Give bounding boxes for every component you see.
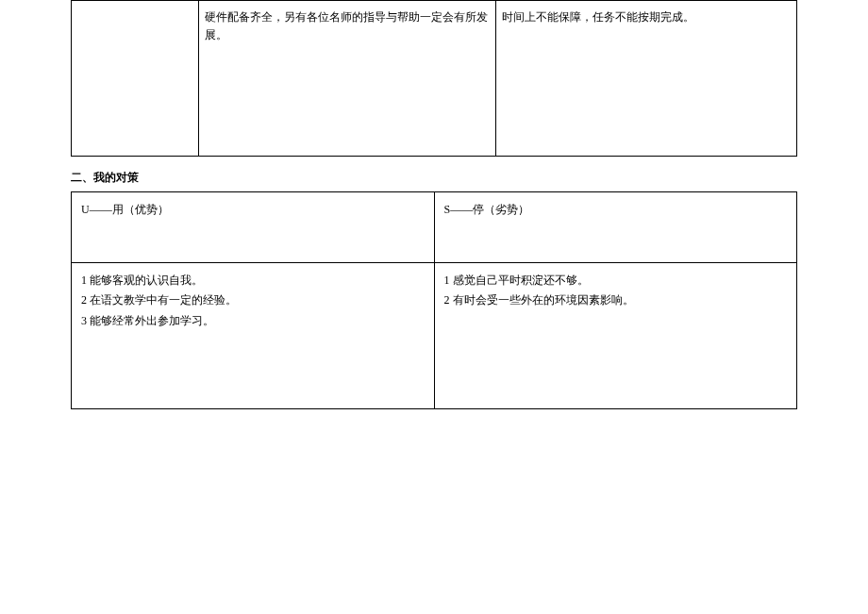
section-title: 二、我的对策 (71, 170, 797, 186)
list-item: 2 在语文教学中有一定的经验。 (81, 290, 425, 309)
swot-table-opportunity-threat: 硬件配备齐全，另有各位名师的指导与帮助一定会有所发展。 时间上不能保障，任务不能… (71, 0, 797, 157)
strategy-header-use: U——用（优势） (72, 192, 435, 263)
list-item: 2 有时会受一些外在的环境因素影响。 (444, 290, 788, 309)
page-container: 硬件配备齐全，另有各位名师的指导与帮助一定会有所发展。 时间上不能保障，任务不能… (0, 0, 868, 409)
strategy-header-stop: S——停（劣势） (434, 192, 797, 263)
strategy-table: U——用（优势） S——停（劣势） 1 能够客观的认识自我。 2 在语文教学中有… (71, 191, 797, 409)
strategy-content-use: 1 能够客观的认识自我。 2 在语文教学中有一定的经验。 3 能够经常外出参加学… (72, 263, 435, 409)
table1-cell-label (72, 1, 199, 157)
table1-cell-opportunity: 硬件配备齐全，另有各位名师的指导与帮助一定会有所发展。 (199, 1, 496, 157)
list-item: 1 感觉自己平时积淀还不够。 (444, 271, 788, 290)
strategy-content-stop: 1 感觉自己平时积淀还不够。 2 有时会受一些外在的环境因素影响。 (434, 263, 797, 409)
list-item: 3 能够经常外出参加学习。 (81, 311, 425, 330)
table1-cell-threat: 时间上不能保障，任务不能按期完成。 (496, 1, 797, 157)
list-item: 1 能够客观的认识自我。 (81, 271, 425, 290)
